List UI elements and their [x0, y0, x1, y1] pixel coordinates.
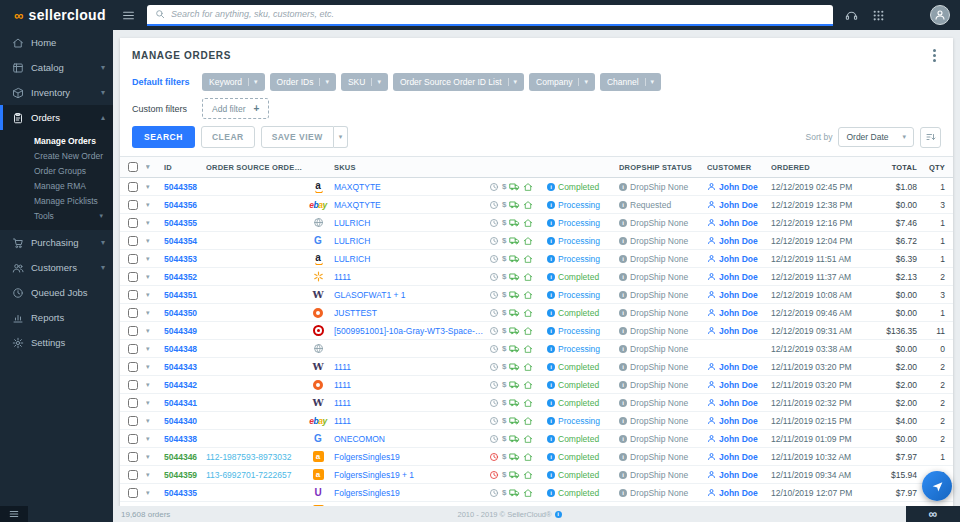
sku-link[interactable]: 1111 — [334, 272, 489, 282]
filter-chip-sku[interactable]: SKU▾ — [341, 73, 388, 91]
customer-link[interactable]: John Doe — [707, 200, 771, 210]
row-expand-chevron[interactable]: ▾ — [146, 453, 164, 461]
support-button[interactable] — [843, 7, 860, 24]
customer-link[interactable]: John Doe — [707, 380, 771, 390]
row-expand-chevron[interactable]: ▾ — [146, 417, 164, 425]
row-expand-chevron[interactable]: ▾ — [146, 219, 164, 227]
customer-link[interactable]: John Doe — [707, 434, 771, 444]
table-row[interactable]: ▾ 5044358 a MAXQTYTE $ iCompleted iDropS… — [120, 178, 953, 196]
sidebar-subitem-order-groups[interactable]: Order Groups — [0, 163, 113, 178]
customer-link[interactable]: John Doe — [707, 488, 771, 498]
customer-link[interactable]: John Doe — [707, 182, 771, 192]
customer-link[interactable]: John Doe — [707, 362, 771, 372]
filter-chip-order-source-order-id-list[interactable]: Order Source Order ID List▾ — [393, 73, 524, 91]
order-id-link[interactable]: 5044358 — [164, 182, 206, 192]
sidebar-item-orders[interactable]: Orders▴ — [0, 105, 113, 130]
sidebar-subitem-create-new-order[interactable]: Create New Order — [0, 148, 113, 163]
row-expand-chevron[interactable]: ▾ — [146, 237, 164, 245]
order-id-link[interactable]: 5044343 — [164, 362, 206, 372]
filter-chip-keyword[interactable]: Keyword▾ — [202, 73, 265, 91]
table-row[interactable]: ▾ 5044359 113-6992701-7222657 a FolgersS… — [120, 466, 953, 484]
table-row[interactable]: ▾ 5044346 112-1987593-8973032 a FolgersS… — [120, 448, 953, 466]
save-view-caret-button[interactable]: ▾ — [334, 126, 349, 148]
customer-link[interactable]: John Doe — [707, 452, 771, 462]
row-expand-chevron[interactable]: ▾ — [146, 489, 164, 497]
row-checkbox[interactable] — [128, 362, 138, 372]
row-expand-chevron[interactable]: ▾ — [146, 273, 164, 281]
sidebar-item-purchasing[interactable]: Purchasing▾ — [0, 230, 113, 255]
row-expand-chevron[interactable]: ▾ — [146, 435, 164, 443]
col-ordered[interactable]: ORDERED — [771, 163, 871, 172]
default-filters-button[interactable]: Default filters — [132, 77, 196, 87]
row-expand-chevron[interactable]: ▾ — [146, 471, 164, 479]
table-row[interactable]: ▾ 5044341 W 1111 $ iCompleted iDropShip … — [120, 394, 953, 412]
customer-link[interactable]: John Doe — [707, 470, 771, 480]
col-customer[interactable]: CUSTOMER — [707, 163, 771, 172]
sidebar-item-inventory[interactable]: Inventory▾ — [0, 80, 113, 105]
order-id-link[interactable]: 5044351 — [164, 290, 206, 300]
customer-link[interactable]: John Doe — [707, 254, 771, 264]
sidebar-item-reports[interactable]: Reports — [0, 305, 113, 330]
customer-link[interactable]: John Doe — [707, 272, 771, 282]
col-qty[interactable]: QTY — [919, 163, 947, 172]
row-expand-chevron[interactable]: ▾ — [146, 291, 164, 299]
row-checkbox[interactable] — [128, 344, 138, 354]
table-row[interactable]: ▾ 5044352 1111 $ iCompleted iDropShip No… — [120, 268, 953, 286]
row-expand-chevron[interactable]: ▾ — [146, 327, 164, 335]
clear-button[interactable]: CLEAR — [201, 126, 255, 148]
row-checkbox[interactable] — [128, 398, 138, 408]
table-row[interactable]: ▾ 5044356 ebay MAXQTYTE $ iProcessing iR… — [120, 196, 953, 214]
expand-all-chevron[interactable]: ▾ — [146, 163, 164, 171]
row-expand-chevron[interactable]: ▾ — [146, 255, 164, 263]
customer-link[interactable]: John Doe — [707, 236, 771, 246]
row-checkbox[interactable] — [128, 236, 138, 246]
col-total[interactable]: TOTAL — [871, 163, 919, 172]
sku-link[interactable]: ONECOMON — [334, 434, 489, 444]
order-id-link[interactable]: 5044342 — [164, 380, 206, 390]
order-id-link[interactable]: 5044356 — [164, 200, 206, 210]
global-search-input[interactable] — [171, 9, 825, 19]
order-id-link[interactable]: 5044355 — [164, 218, 206, 228]
order-id-link[interactable]: 5044354 — [164, 236, 206, 246]
table-row[interactable]: ▾ 5044354 G LULRICH $ iProcessing iDropS… — [120, 232, 953, 250]
apps-button[interactable] — [870, 7, 887, 24]
customer-link[interactable]: John Doe — [707, 398, 771, 408]
row-checkbox[interactable] — [128, 308, 138, 318]
row-checkbox[interactable] — [128, 200, 138, 210]
search-button[interactable]: SEARCH — [132, 126, 195, 148]
table-row[interactable]: ▾ 5044338 G ONECOMON $ iCompleted iDropS… — [120, 430, 953, 448]
row-checkbox[interactable] — [128, 218, 138, 228]
table-row[interactable]: ▾ 5044350 JUSTTEST $ iCompleted iDropShi… — [120, 304, 953, 322]
row-checkbox[interactable] — [128, 488, 138, 498]
order-id-link[interactable]: 5044348 — [164, 344, 206, 354]
order-id-link[interactable]: 5044338 — [164, 434, 206, 444]
customer-link[interactable]: John Doe — [707, 308, 771, 318]
table-row[interactable]: ▾ 5044348 $ iProcessing iDropShip None 1… — [120, 340, 953, 358]
table-row[interactable]: ▾ 5044349 [5009951001]-10a-Gray-WT3-Spac… — [120, 322, 953, 340]
customer-link[interactable]: John Doe — [707, 416, 771, 426]
sku-link[interactable]: 1111 — [334, 416, 489, 426]
sku-link[interactable]: MAXQTYTE — [334, 182, 489, 192]
row-expand-chevron[interactable]: ▾ — [146, 363, 164, 371]
sort-direction-button[interactable] — [920, 127, 941, 148]
sku-link[interactable]: LULRICH — [334, 254, 489, 264]
menu-toggle-button[interactable] — [120, 7, 137, 24]
row-checkbox[interactable] — [128, 434, 138, 444]
sidebar-item-queued-jobs[interactable]: Queued Jobs — [0, 280, 113, 305]
col-order-source-order-id[interactable]: ORDER SOURCE ORDER ID — [206, 163, 302, 172]
row-checkbox[interactable] — [128, 380, 138, 390]
sku-link[interactable]: JUSTTEST — [334, 308, 489, 318]
sku-link[interactable]: FolgersSingles19 — [334, 452, 489, 462]
row-checkbox[interactable] — [128, 416, 138, 426]
sku-link[interactable]: 1111 — [334, 398, 489, 408]
order-id-link[interactable]: 5044352 — [164, 272, 206, 282]
collapse-sidebar-button[interactable] — [0, 506, 28, 522]
row-checkbox[interactable] — [128, 272, 138, 282]
table-row[interactable]: ▾ 5044340 ebay 1111 $ iProcessing iDropS… — [120, 412, 953, 430]
sku-link[interactable]: 1111 — [334, 362, 489, 372]
table-row[interactable]: ▾ 5044353 a LULRICH $ iProcessing iDropS… — [120, 250, 953, 268]
table-row[interactable]: ▾ 5044355 LULRICH $ iProcessing iDropShi… — [120, 214, 953, 232]
filter-chip-company[interactable]: Company▾ — [529, 73, 595, 91]
col-skus[interactable]: SKUS — [334, 163, 489, 172]
customer-link[interactable]: John Doe — [707, 326, 771, 336]
